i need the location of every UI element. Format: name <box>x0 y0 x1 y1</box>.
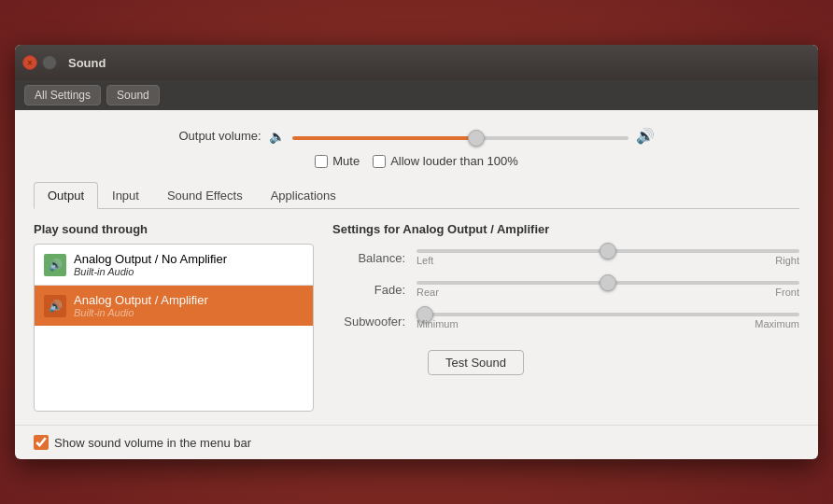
minimize-button[interactable] <box>42 55 57 70</box>
subwoofer-label: Subwoofer: <box>332 315 416 329</box>
fade-front-label: Front <box>775 287 799 298</box>
sub-range-labels: Minimum Maximum <box>416 318 799 329</box>
louder-checkbox[interactable] <box>373 155 386 168</box>
device-icon-no-amp: 🔊 <box>44 254 66 276</box>
output-volume-slider-container <box>292 129 628 143</box>
test-sound-button[interactable]: Test Sound <box>428 350 524 375</box>
fade-wrapper: Rear Front <box>416 281 799 298</box>
device-item-amp[interactable]: 🔊 Analog Output / Amplifier Built-in Aud… <box>35 286 313 326</box>
main-content: Output volume: 🔈 🔊 Mute Allow louder tha… <box>15 110 818 425</box>
balance-wrapper: Left Right <box>416 249 799 266</box>
window-title: Sound <box>68 56 106 70</box>
tab-output[interactable]: Output <box>34 182 98 209</box>
fade-row: Fade: Rear Front <box>332 281 799 298</box>
test-sound-row: Test Sound <box>332 344 799 375</box>
right-panel: Settings for Analog Output / Amplifier B… <box>332 222 799 412</box>
output-volume-slider[interactable] <box>292 136 628 140</box>
tabs: Output Input Sound Effects Applications <box>34 181 799 209</box>
balance-label: Balance: <box>332 251 416 265</box>
right-panel-heading: Settings for Analog Output / Amplifier <box>332 222 799 236</box>
fade-label: Fade: <box>332 283 416 297</box>
sound-window: × Sound All Settings Sound Output volume… <box>15 45 818 459</box>
show-volume-checkbox[interactable] <box>34 435 49 450</box>
louder-text: Allow louder than 100% <box>390 154 518 168</box>
volume-high-icon: 🔊 <box>636 127 655 145</box>
device-name-amp: Analog Output / Amplifier <box>74 293 208 307</box>
footer: Show sound volume in the menu bar <box>15 425 818 459</box>
output-volume-label: Output volume: <box>178 129 261 143</box>
balance-row: Balance: Left Right <box>332 249 799 266</box>
device-name-no-amp: Analog Output / No Amplifier <box>74 252 227 266</box>
subwoofer-wrapper: Minimum Maximum <box>416 313 799 329</box>
balance-right-label: Right <box>775 255 799 266</box>
louder-label[interactable]: Allow louder than 100% <box>373 154 518 168</box>
fade-rear-label: Rear <box>416 287 439 298</box>
mute-label[interactable]: Mute <box>315 154 360 168</box>
volume-row: Output volume: 🔈 🔊 <box>34 127 799 145</box>
device-sub-no-amp: Built-in Audio <box>74 266 227 277</box>
fade-slider[interactable] <box>416 281 799 285</box>
sub-min-label: Minimum <box>416 318 459 329</box>
subwoofer-slider[interactable] <box>416 313 799 316</box>
titlebar: × Sound <box>15 45 818 80</box>
tab-applications[interactable]: Applications <box>257 182 350 209</box>
device-info-no-amp: Analog Output / No Amplifier Built-in Au… <box>74 252 227 277</box>
window-controls: × <box>22 55 57 70</box>
volume-low-icon: 🔈 <box>269 129 285 144</box>
show-volume-label: Show sound volume in the menu bar <box>54 436 251 450</box>
all-settings-button[interactable]: All Settings <box>24 85 101 105</box>
toolbar: All Settings Sound <box>15 80 818 110</box>
left-panel-heading: Play sound through <box>34 222 314 236</box>
device-list: 🔊 Analog Output / No Amplifier Built-in … <box>34 244 314 412</box>
balance-slider[interactable] <box>416 249 799 253</box>
panels: Play sound through 🔊 Analog Output / No … <box>34 222 799 412</box>
subwoofer-row: Subwoofer: Minimum Maximum <box>332 313 799 329</box>
mute-checkbox[interactable] <box>315 155 328 168</box>
sub-max-label: Maximum <box>755 318 799 329</box>
mute-row: Mute Allow louder than 100% <box>34 154 799 168</box>
tab-sound-effects[interactable]: Sound Effects <box>153 182 257 209</box>
balance-left-label: Left <box>416 255 433 266</box>
balance-range-labels: Left Right <box>416 255 799 266</box>
show-volume-checkbox-label[interactable]: Show sound volume in the menu bar <box>34 435 251 450</box>
close-button[interactable]: × <box>22 55 37 70</box>
device-info-amp: Analog Output / Amplifier Built-in Audio <box>74 293 208 318</box>
device-icon-amp: 🔊 <box>44 295 66 317</box>
device-sub-amp: Built-in Audio <box>74 307 208 318</box>
device-item-no-amp[interactable]: 🔊 Analog Output / No Amplifier Built-in … <box>35 245 313 286</box>
fade-range-labels: Rear Front <box>416 287 799 298</box>
tab-input[interactable]: Input <box>98 182 153 209</box>
mute-text: Mute <box>332 154 360 168</box>
left-panel: Play sound through 🔊 Analog Output / No … <box>34 222 314 412</box>
sound-button[interactable]: Sound <box>106 85 160 105</box>
